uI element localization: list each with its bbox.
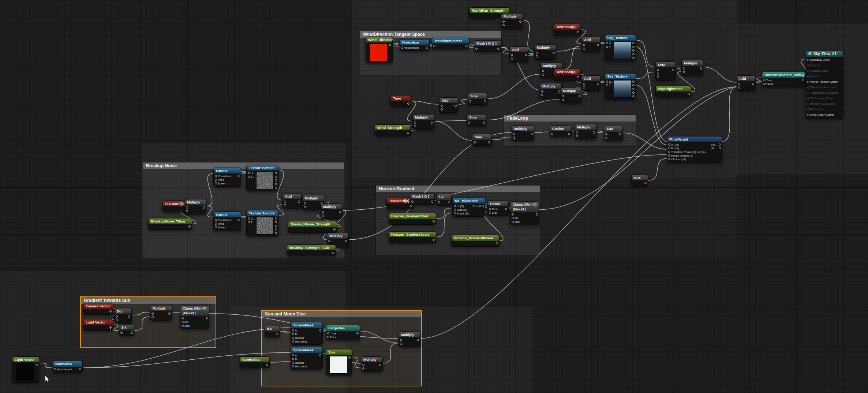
pin-contrast-s[interactable]: Contrast (S) — [667, 157, 710, 161]
pin-out[interactable] — [355, 332, 360, 335]
pin-dot-icon[interactable] — [632, 81, 635, 83]
pin-dot-icon[interactable] — [577, 31, 579, 33]
node-power-h[interactable]: PowerBaseExp — [487, 201, 509, 216]
pin-in[interactable] — [656, 75, 661, 79]
pin-dot-icon[interactable] — [304, 202, 306, 205]
pin-dot-icon[interactable] — [553, 52, 555, 54]
pin-base[interactable]: Base — [488, 207, 500, 211]
pin-b-v3[interactable]: B (V3) — [667, 146, 710, 150]
pin-out[interactable] — [347, 356, 352, 359]
pin-dot-icon[interactable] — [511, 54, 513, 56]
pin-dot-icon[interactable] — [410, 205, 412, 207]
pin-in[interactable] — [541, 73, 546, 76]
node-wind-strength[interactable]: Wind_Strength — [375, 124, 411, 136]
pin-dot-icon[interactable] — [116, 319, 118, 321]
node-fl-multiply[interactable]: Multiply — [512, 126, 534, 141]
pin-dot-icon[interactable] — [215, 175, 217, 177]
pin-max[interactable]: Max — [510, 220, 521, 224]
pin-dot-icon[interactable] — [807, 81, 809, 83]
pin-dot-icon[interactable] — [182, 321, 184, 323]
pin-dot-icon[interactable] — [632, 88, 635, 90]
pin-dot-icon[interactable] — [284, 204, 286, 206]
pin-dot-icon[interactable] — [531, 133, 533, 135]
pin-in[interactable] — [535, 55, 540, 58]
pin-dot-icon[interactable] — [583, 86, 585, 89]
pin-uvs[interactable]: UVs — [605, 80, 614, 83]
pin-dot-icon[interactable] — [79, 368, 81, 370]
pin-dot-icon[interactable] — [407, 132, 409, 134]
pin-dot-icon[interactable] — [292, 329, 294, 332]
pin-dot-icon[interactable] — [513, 136, 515, 139]
node-fl-multiply-2[interactable]: Multiply — [575, 124, 596, 139]
pin-dot-icon[interactable] — [454, 209, 456, 211]
node-breakupnoise-strength[interactable]: BreakupNoise_Strength — [288, 221, 337, 233]
pin-dot-icon[interactable] — [215, 179, 217, 181]
pin-in[interactable] — [561, 98, 566, 102]
node-breakup-strength-fade[interactable]: Breakup_Strength_Fade — [287, 244, 336, 256]
pin-dot-icon[interactable] — [541, 90, 543, 93]
pin-out[interactable] — [274, 231, 278, 235]
pin-out[interactable] — [377, 363, 382, 367]
pin-dot-icon[interactable] — [505, 208, 507, 210]
pin-time[interactable]: Time — [214, 222, 233, 225]
pin-out[interactable] — [595, 82, 600, 86]
pin-out[interactable] — [503, 207, 508, 211]
pin-out[interactable] — [387, 43, 392, 47]
pin-dot-icon[interactable] — [632, 42, 635, 44]
pin-in[interactable] — [399, 342, 404, 345]
node-clamp-h[interactable]: Clamp (Min=0) (Max=1)MinMax — [510, 201, 539, 225]
pin-dot-icon[interactable] — [284, 201, 286, 203]
pin-dot-icon[interactable] — [583, 48, 585, 50]
pin-dot-icon[interactable] — [738, 86, 740, 89]
node-mf-biasscale[interactable]: MF_BiasScaleIn (S)Bias (S)Scale (S)Resul… — [452, 198, 485, 217]
node-hg-debug[interactable]: HorizonGradient_DebugTrueFalse — [762, 72, 806, 87]
pin-dot-icon[interactable] — [54, 368, 56, 370]
pin-in[interactable] — [115, 318, 120, 322]
pin-dot-icon[interactable] — [512, 221, 514, 223]
pin-dot-icon[interactable] — [688, 93, 690, 95]
node-const-05[interactable]: 0.5 — [265, 326, 280, 337]
pin-out[interactable] — [77, 367, 82, 371]
pin-dot-icon[interactable] — [35, 364, 38, 366]
node-horizon-gradientscale[interactable]: Horizon_GradientScale — [389, 231, 436, 243]
pin-out[interactable] — [405, 131, 410, 135]
pin-coordinate[interactable]: Coordinate — [214, 174, 233, 178]
pin-dot-icon[interactable] — [632, 57, 635, 59]
pin-in[interactable] — [604, 132, 609, 136]
pin-dot-icon[interactable] — [339, 211, 341, 213]
pin-in[interactable] — [439, 108, 445, 111]
pin-dot-icon[interactable] — [657, 72, 659, 75]
pin-out[interactable] — [129, 331, 134, 334]
node-clamp-g[interactable]: Clamp (Min=0) (Max=1)MinMax — [180, 305, 209, 329]
pin-dot-icon[interactable] — [441, 108, 443, 111]
pin-dot-icon[interactable] — [275, 228, 277, 231]
pin-dot-icon[interactable] — [577, 76, 579, 78]
pin-out[interactable] — [686, 92, 691, 96]
node-sun-radius[interactable]: SunRadius — [240, 356, 270, 368]
pin-dot-icon[interactable] — [322, 214, 324, 217]
pin-dot-icon[interactable] — [632, 49, 635, 52]
pin-dot-icon[interactable] — [497, 48, 500, 50]
pin-uvs[interactable]: UVs — [247, 171, 256, 175]
pin-dot-icon[interactable] — [657, 69, 659, 71]
pin-dot-icon[interactable] — [583, 83, 585, 85]
pin-speed[interactable]: Speed — [214, 225, 233, 229]
pin-in[interactable] — [361, 367, 366, 370]
pin-subsurface-color[interactable]: Subsurface Color — [806, 96, 843, 101]
pin-dot-icon[interactable] — [151, 312, 154, 315]
pin-out[interactable] — [631, 94, 636, 98]
pin-dot-icon[interactable] — [304, 206, 306, 208]
pin-false[interactable]: False — [326, 335, 338, 339]
pin-in[interactable] — [561, 94, 566, 98]
pin-out[interactable] — [296, 200, 301, 203]
pin-hardness[interactable]: Hardness — [291, 340, 308, 343]
pin-in[interactable] — [185, 209, 190, 213]
node-add-uv2[interactable]: Add — [581, 37, 601, 52]
pin-dot-icon[interactable] — [484, 100, 486, 102]
pin-dot-icon[interactable] — [536, 213, 538, 216]
node-add-final[interactable]: Add — [737, 75, 756, 91]
pin-in[interactable] — [604, 136, 609, 140]
pin-dot-icon[interactable] — [203, 206, 205, 209]
pin-pixel-depth-offset[interactable]: Pixel Depth Offset — [806, 112, 843, 117]
pin-b[interactable]: B — [291, 332, 308, 336]
